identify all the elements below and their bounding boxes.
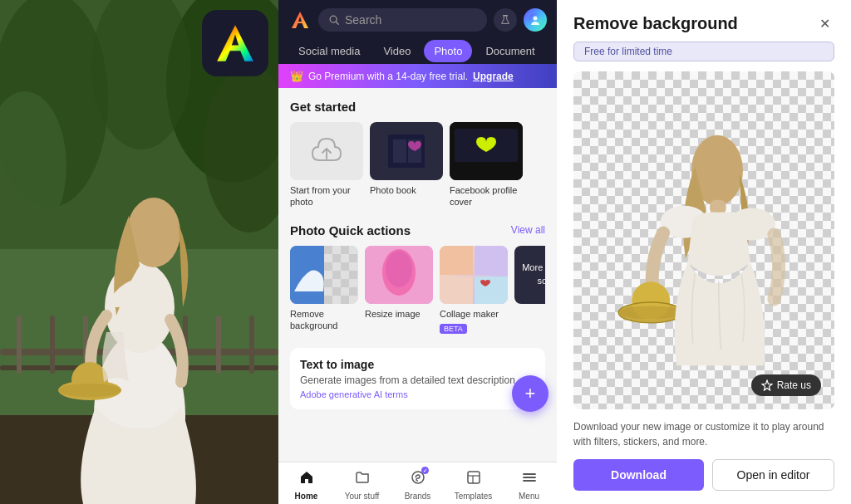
svg-rect-37 [324, 246, 332, 254]
your-stuff-label: Your stuff [345, 492, 380, 501]
content-area: Get started Start from your photo [278, 88, 557, 462]
brands-label: Brands [405, 492, 431, 501]
svg-rect-41 [324, 262, 332, 271]
open-editor-button[interactable]: Open in editor [712, 459, 834, 491]
left-photo-panel [0, 0, 278, 504]
tab-social-media[interactable]: Social media [288, 40, 370, 62]
svg-point-54 [386, 251, 412, 287]
more-coming-display: More coming soon. [514, 246, 545, 304]
view-all-link[interactable]: View all [511, 224, 545, 236]
result-image-area: Rate us [573, 71, 834, 409]
svg-rect-60 [468, 472, 480, 483]
search-bar[interactable]: Search [318, 8, 487, 32]
close-button[interactable]: ✕ [814, 13, 834, 33]
collage-preview [440, 246, 508, 304]
panel-title: Remove background [573, 14, 738, 33]
svg-rect-56 [475, 246, 508, 275]
tti-description: Generate images from a detailed text des… [300, 374, 535, 386]
nav-your-stuff[interactable]: Your stuff [334, 469, 390, 501]
resize-image-label: Resize image [365, 308, 433, 320]
svg-rect-48 [349, 287, 357, 296]
nav-templates[interactable]: Templates [445, 469, 501, 501]
collage-maker-card[interactable]: Collage maker BETA [440, 246, 508, 335]
bottom-nav: Home Your stuff ✓ Brands [278, 462, 557, 504]
adobe-app-icon[interactable] [202, 10, 268, 76]
get-started-title: Get started [290, 100, 545, 114]
svg-point-23 [58, 384, 121, 397]
nav-home[interactable]: Home [278, 469, 334, 501]
nav-tabs: Social media Video Photo Document [278, 40, 557, 62]
facebook-cover-card[interactable]: Facebook profile cover [450, 122, 523, 208]
templates-icon [465, 469, 482, 490]
nav-menu[interactable]: Menu [501, 469, 557, 501]
quick-actions-cards: Remove background Resize image [290, 246, 545, 335]
remove-background-card[interactable]: Remove background [290, 246, 358, 335]
tab-photo[interactable]: Photo [424, 40, 472, 62]
star-icon [761, 379, 773, 391]
beta-badge: BETA [440, 324, 467, 334]
right-panel: Remove background ✕ Free for limited tim… [557, 0, 851, 504]
flask-icon-btn[interactable] [494, 8, 517, 32]
user-avatar[interactable] [524, 8, 547, 32]
svg-rect-40 [349, 254, 357, 262]
resize-preview [365, 246, 433, 304]
facebook-cover-label: Facebook profile cover [450, 184, 523, 208]
remove-bg-image [290, 246, 358, 304]
collage-maker-label: Collage maker [440, 308, 508, 320]
svg-rect-42 [341, 262, 349, 271]
free-badge: Free for limited time [573, 42, 834, 61]
start-from-photo-card[interactable]: Start from your photo [290, 122, 363, 208]
photo-book-card[interactable]: Photo book [370, 122, 443, 208]
cloud-upload-icon [306, 130, 347, 172]
svg-rect-38 [341, 246, 349, 254]
nav-brands[interactable]: ✓ Brands [390, 469, 445, 501]
adobe-express-logo [288, 8, 312, 32]
result-image [573, 71, 834, 409]
search-icon [328, 14, 340, 26]
svg-point-59 [412, 472, 424, 483]
app-header: Search [278, 0, 557, 40]
svg-rect-10 [17, 316, 22, 374]
svg-rect-32 [393, 139, 406, 163]
tti-title: Text to image [300, 358, 535, 371]
header-icons [494, 8, 547, 32]
svg-rect-44 [349, 271, 357, 279]
svg-rect-16 [216, 316, 221, 374]
svg-point-70 [618, 306, 683, 319]
svg-rect-46 [341, 279, 349, 287]
avatar-icon [529, 13, 542, 27]
brands-icon: ✓ [410, 469, 426, 490]
rate-us-button[interactable]: Rate us [751, 374, 821, 396]
action-buttons: Download Open in editor [573, 459, 834, 491]
facebook-cover-image [450, 122, 523, 180]
fab-button[interactable]: + [512, 375, 548, 412]
start-from-photo-label: Start from your photo [290, 184, 363, 208]
upgrade-link[interactable]: Upgrade [473, 71, 514, 82]
start-from-photo-image [290, 122, 363, 180]
resize-image-card[interactable]: Resize image [365, 246, 433, 335]
svg-rect-55 [440, 246, 473, 275]
get-started-cards: Start from your photo Photo book [290, 122, 545, 208]
svg-rect-47 [332, 287, 341, 296]
more-coming-card: More coming soon. [514, 246, 545, 335]
photo-book-image [370, 122, 443, 180]
photo-book-preview [381, 126, 431, 176]
tti-link[interactable]: Adobe generative AI terms [300, 389, 535, 399]
svg-rect-49 [324, 296, 332, 304]
home-icon [298, 469, 315, 490]
middle-panel: Search [278, 0, 557, 504]
more-coming-label: More coming soon. [519, 262, 545, 287]
remove-bg-preview [290, 246, 358, 304]
crown-icon: 👑 [290, 70, 303, 82]
tab-video[interactable]: Video [373, 40, 421, 62]
search-placeholder: Search [345, 13, 381, 27]
result-description: Download your new image or customize it … [573, 419, 834, 449]
collage-maker-preview [440, 246, 508, 304]
svg-rect-45 [324, 279, 332, 287]
svg-marker-72 [762, 380, 772, 390]
svg-rect-58 [475, 276, 508, 304]
resize-image-preview [365, 246, 433, 304]
svg-line-28 [336, 22, 338, 24]
download-button[interactable]: Download [573, 459, 704, 491]
tab-document[interactable]: Document [475, 40, 544, 62]
